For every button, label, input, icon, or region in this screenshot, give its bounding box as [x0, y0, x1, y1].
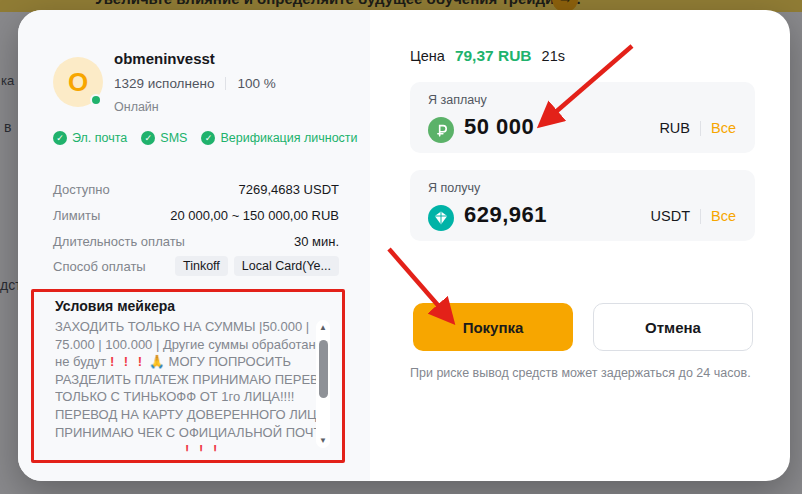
scroll-down-icon[interactable]: ▼ [316, 436, 330, 445]
p2p-buy-modal: O obmeninvesst 1329 исполнено 100 % Онла… [18, 10, 790, 481]
price-value: 79,37 RUB [455, 47, 532, 65]
maker-info-panel: O obmeninvesst 1329 исполнено 100 % Онла… [18, 10, 370, 481]
risk-disclaimer: При риске вывод средств может задержатьс… [410, 366, 751, 380]
price-label: Цена [410, 48, 445, 64]
receive-label: Я получу [428, 181, 480, 195]
pay-amount-field[interactable]: Я заплачу 50 000 RUB Все [410, 82, 755, 153]
payment-tag: Tinkoff [175, 256, 228, 276]
currency-divider [700, 209, 701, 224]
payment-method-tags: Tinkoff Local Card(Ye... [175, 256, 339, 276]
detail-row-available: Доступно 7269,4683 USDT [53, 182, 339, 197]
payment-tag: Local Card(Ye... [234, 256, 339, 276]
trader-name[interactable]: obmeninvesst [114, 50, 215, 67]
badge-identity: ✓Верификация личности [201, 131, 357, 145]
receive-amount-field[interactable]: Я получу 629,961 USDT Все [410, 170, 755, 241]
pay-all-link[interactable]: Все [711, 120, 736, 136]
receive-amount-value[interactable]: 629,961 [464, 202, 547, 228]
receive-currency: USDT [651, 208, 690, 224]
detail-row-payment: Способ оплаты Tinkoff Local Card(Ye... [53, 256, 339, 276]
check-icon: ✓ [141, 131, 155, 145]
buy-button[interactable]: Покупка [413, 303, 573, 351]
maker-terms-title: Условия мейкера [55, 298, 175, 314]
completion-rate: 100 % [237, 76, 275, 91]
terms-text[interactable]: ЗАХОДИТЬ ТОЛЬКО НА СУММЫ |50.000 |75.000… [55, 318, 317, 452]
pay-currency: RUB [659, 120, 690, 136]
receive-currency-group: USDT Все [651, 208, 736, 224]
detail-row-limits: Лимиты 20 000,00 ~ 150 000,00 RUB [53, 208, 339, 223]
check-icon: ✓ [53, 131, 67, 145]
online-status-label: Онлайн [114, 100, 159, 114]
trader-stats: 1329 исполнено 100 % [114, 76, 276, 91]
usdt-coin-icon [428, 205, 454, 231]
pay-currency-group: RUB Все [659, 120, 736, 136]
receive-all-link[interactable]: Все [711, 208, 736, 224]
scroll-up-icon[interactable]: ▲ [316, 323, 330, 332]
badge-email: ✓Эл. почта [53, 131, 127, 145]
pay-amount-value[interactable]: 50 000 [464, 114, 534, 140]
orders-count: 1329 исполнено [114, 76, 214, 91]
currency-divider [700, 121, 701, 136]
price-row: Цена 79,37 RUB 21s [410, 47, 565, 65]
stats-divider [225, 77, 226, 90]
terms-scrollbar[interactable]: ▲ ▼ [316, 320, 330, 448]
price-refresh-timer: 21s [542, 48, 565, 64]
pay-label: Я заплачу [428, 93, 487, 107]
avatar: O [53, 57, 103, 107]
verification-badges: ✓Эл. почта ✓SMS ✓Верификация личности [53, 131, 358, 145]
cancel-button[interactable]: Отмена [593, 303, 753, 351]
scrollbar-thumb[interactable] [319, 340, 328, 398]
online-status-dot [90, 94, 102, 106]
screen: Увеличьте влияние и определяйте будущее … [0, 0, 802, 494]
detail-row-duration: Длительность оплаты 30 мин. [53, 234, 339, 249]
badge-sms: ✓SMS [141, 131, 187, 145]
check-icon: ✓ [201, 131, 215, 145]
ruble-coin-icon [428, 117, 454, 143]
